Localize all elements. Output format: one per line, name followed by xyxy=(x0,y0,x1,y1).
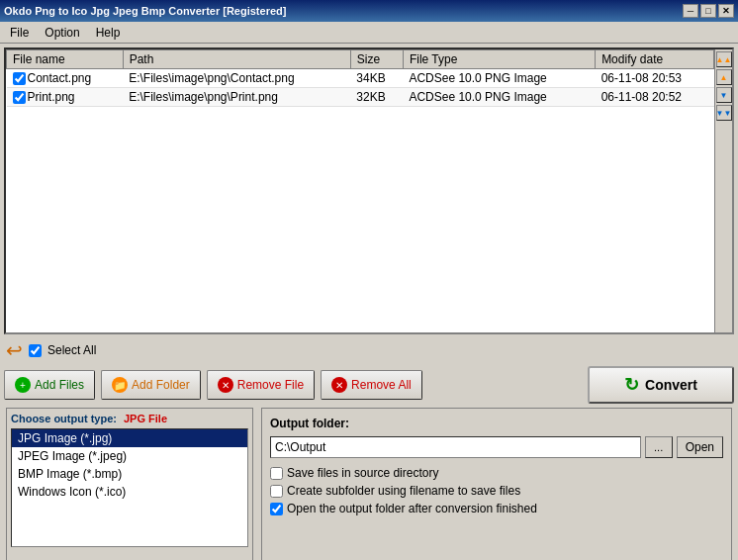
cell-size: 34KB xyxy=(350,69,403,88)
add-files-icon: + xyxy=(15,377,31,393)
maximize-button[interactable]: □ xyxy=(700,4,716,18)
cell-date: 06-11-08 20:53 xyxy=(596,69,714,88)
col-path: Path xyxy=(123,50,350,69)
title-bar: Okdo Png to Ico Jpg Jpeg Bmp Converter [… xyxy=(0,0,738,22)
col-size: Size xyxy=(350,50,403,69)
lower-panel: Choose output type: JPG File JPG Image (… xyxy=(4,404,734,560)
scrollbar-panel: ▲▲ ▲ ▼ ▼▼ xyxy=(714,49,732,332)
format-item[interactable]: BMP Image (*.bmp) xyxy=(12,465,247,483)
remove-all-icon: ✕ xyxy=(331,377,347,393)
file-list-panel: File name Path Size File Type Modify dat… xyxy=(4,47,734,334)
option-label: Save files in source directory xyxy=(287,466,438,480)
add-folder-icon: 📁 xyxy=(112,377,128,393)
table-row: Print.png E:\Files\image\png\Print.png 3… xyxy=(7,88,714,107)
action-row: + Add Files 📁 Add Folder ✕ Remove File ✕… xyxy=(4,366,734,404)
option-checkbox[interactable] xyxy=(270,467,283,480)
folder-input-row: ... Open xyxy=(270,436,723,458)
col-filetype: File Type xyxy=(403,50,595,69)
cell-path: E:\Files\image\png\Contact.png xyxy=(123,69,350,88)
cell-type: ACDSee 10.0 PNG Image xyxy=(403,88,595,107)
convert-icon: ↻ xyxy=(624,374,639,396)
output-type-label: Choose output type: JPG File xyxy=(11,413,248,424)
cell-size: 32KB xyxy=(350,88,403,107)
format-item[interactable]: JPG Image (*.jpg) xyxy=(12,429,247,447)
window-controls: ─ □ ✕ xyxy=(683,4,734,18)
option-checkbox-row: Open the output folder after conversion … xyxy=(270,502,723,515)
folder-path-input[interactable] xyxy=(270,436,641,458)
cell-filename: Print.png xyxy=(7,88,124,107)
scroll-top-button[interactable]: ▲▲ xyxy=(716,51,732,67)
row-checkbox[interactable] xyxy=(13,72,26,85)
params-row: ⚙ Set more parameters xyxy=(270,519,723,560)
table-row: Contact.png E:\Files\image\png\Contact.p… xyxy=(7,69,714,88)
remove-all-button[interactable]: ✕ Remove All xyxy=(321,370,422,400)
option-checkbox[interactable] xyxy=(270,503,283,515)
output-type-panel: Choose output type: JPG File JPG Image (… xyxy=(6,408,253,560)
format-item[interactable]: Windows Icon (*.ico) xyxy=(12,483,247,501)
file-table: File name Path Size File Type Modify dat… xyxy=(6,49,714,332)
add-folder-button[interactable]: 📁 Add Folder xyxy=(101,370,201,400)
bottom-bar: ↩ Select All xyxy=(4,334,734,366)
back-icon[interactable]: ↩ xyxy=(6,338,23,362)
add-files-button[interactable]: + Add Files xyxy=(4,370,95,400)
select-all-checkbox[interactable] xyxy=(29,344,42,357)
browse-button[interactable]: ... xyxy=(645,436,673,458)
cell-type: ACDSee 10.0 PNG Image xyxy=(403,69,595,88)
row-checkbox[interactable] xyxy=(13,91,26,104)
option-checkbox-row: Create subfolder using filename to save … xyxy=(270,484,723,498)
menu-option[interactable]: Option xyxy=(37,24,87,42)
scroll-down-button[interactable]: ▼ xyxy=(716,87,732,103)
menu-help[interactable]: Help xyxy=(88,24,129,42)
option-checkbox-row: Save files in source directory xyxy=(270,466,723,480)
scroll-up-button[interactable]: ▲ xyxy=(716,69,732,85)
menu-file[interactable]: File xyxy=(2,24,37,42)
open-folder-button[interactable]: Open xyxy=(677,436,723,458)
remove-file-icon: ✕ xyxy=(218,377,233,393)
format-list[interactable]: JPG Image (*.jpg)JPEG Image (*.jpeg)BMP … xyxy=(11,428,248,547)
option-label: Open the output folder after conversion … xyxy=(287,502,537,515)
option-label: Create subfolder using filename to save … xyxy=(287,484,520,498)
remove-file-button[interactable]: ✕ Remove File xyxy=(207,370,315,400)
col-modify: Modify date xyxy=(596,50,714,69)
options-checkboxes: Save files in source directory Create su… xyxy=(270,466,723,515)
menu-bar: File Option Help xyxy=(0,22,738,44)
app-title: Okdo Png to Ico Jpg Jpeg Bmp Converter [… xyxy=(4,5,286,17)
convert-button[interactable]: ↻ Convert xyxy=(588,366,734,404)
cell-date: 06-11-08 20:52 xyxy=(596,88,714,107)
main-container: File name Path Size File Type Modify dat… xyxy=(0,44,738,560)
cell-path: E:\Files\image\png\Print.png xyxy=(123,88,350,107)
close-button[interactable]: ✕ xyxy=(718,4,734,18)
output-folder-label: Output folder: xyxy=(270,417,723,430)
col-filename: File name xyxy=(7,50,124,69)
minimize-button[interactable]: ─ xyxy=(683,4,698,18)
option-checkbox[interactable] xyxy=(270,485,283,498)
scroll-bottom-button[interactable]: ▼▼ xyxy=(716,105,732,121)
format-item[interactable]: JPEG Image (*.jpeg) xyxy=(12,447,247,465)
select-all-label: Select All xyxy=(47,343,96,357)
output-folder-panel: Output folder: ... Open Save files in so… xyxy=(261,408,732,560)
cell-filename: Contact.png xyxy=(7,69,124,88)
